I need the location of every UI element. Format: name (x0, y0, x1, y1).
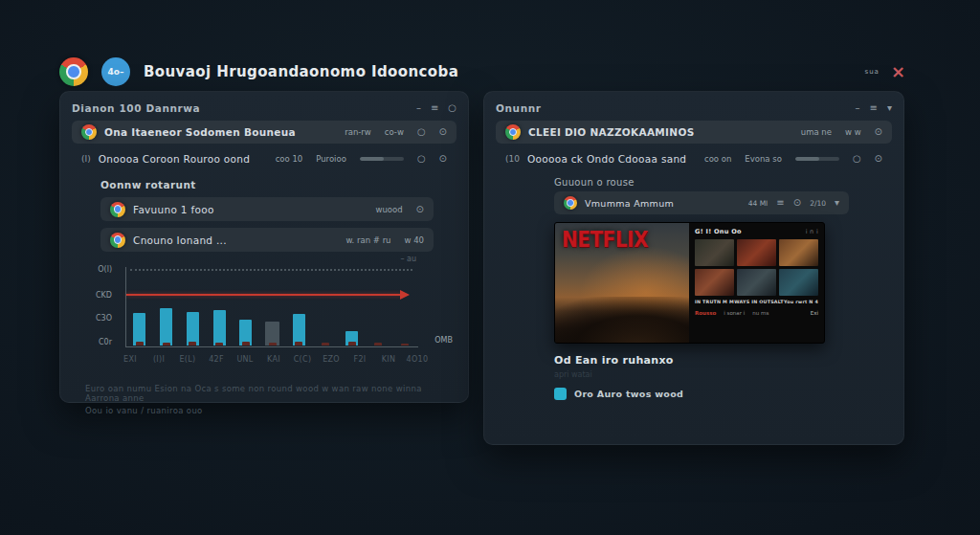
minimize-icon[interactable]: – (856, 103, 860, 113)
movie-thumbnail (695, 239, 734, 266)
target-icon[interactable]: ⊙ (439, 127, 447, 137)
process-stat-1: ran-rw (345, 127, 371, 137)
process-stat-2: Evona so (745, 154, 782, 164)
memory-usage-bar (133, 313, 145, 346)
movie-thumbnail (779, 269, 818, 296)
netflix-preview-card[interactable]: NETFLIX G! I! Onu Oo i n i IN TRUTN M M … (554, 222, 825, 344)
minimize-icon[interactable]: – (416, 103, 421, 113)
left-panel-header: Dianon 100 Dannrwa – ≡ ○ (72, 100, 457, 117)
chrome-logo-icon (59, 57, 88, 86)
netflix-menu-right: i n i (806, 228, 818, 235)
memory-usage-bar (160, 308, 172, 346)
baseline-residual-bar (269, 343, 277, 346)
netflix-content-area: G! I! Onu Oo i n i IN TRUTN M M WAYS IN … (689, 223, 824, 343)
menu-icon[interactable]: ≡ (776, 198, 784, 208)
process-stat-1: uma ne (801, 127, 832, 137)
checkbox-label: Oro Auro twos wood (574, 389, 683, 399)
chrome-icon (110, 233, 125, 248)
netflix-logo: NETFLIX (562, 226, 648, 253)
left-panel-title: Dianon 100 Dannrwa (72, 102, 200, 114)
checkbox-icon[interactable] (554, 388, 567, 400)
target-icon[interactable]: ⊙ (793, 198, 801, 208)
netflix-menu-label: G! I! Onu Oo (695, 228, 742, 235)
option-row[interactable]: Oro Auro twos wood (554, 388, 892, 400)
baseline-residual-bar (136, 342, 144, 346)
tab-row[interactable]: Cnouno Ionand ... w. ran # ru w 40 (100, 228, 434, 252)
chrome-icon (564, 196, 577, 210)
result-subtitle: apri watai (554, 370, 892, 379)
menu-icon[interactable]: ≡ (870, 103, 878, 113)
memory-usage-chart: O(l)CKDC3OC0r OMB EXI(I)IE(L)42FUNLKAIC(… (72, 267, 457, 378)
baseline-residual-bar (242, 342, 250, 346)
target-icon[interactable]: ⊙ (416, 205, 424, 214)
tab-stat: wuood (375, 205, 402, 214)
right-panel-title: Onunnr (496, 102, 542, 114)
baseline-residual-bar (401, 344, 409, 346)
tab-label: Vmumma Ammum (585, 198, 674, 209)
netflix-hero-image: NETFLIX (555, 223, 689, 343)
chart-threshold-arrow (126, 294, 401, 296)
browser-preview-panel: Onunnr – ≡ ▾ CLEEI DIO NAZZOKAAMINOS uma… (483, 91, 904, 445)
chart-unit-label: OMB (434, 336, 453, 345)
memory-usage-bar (213, 310, 226, 346)
chart-plot-area: OMB (125, 267, 418, 347)
baseline-residual-bar (374, 343, 382, 346)
memory-usage-bar (187, 312, 199, 346)
menu-icon[interactable]: ≡ (431, 103, 438, 113)
target-icon[interactable]: ⊙ (875, 154, 882, 164)
process-stat-1: coo on (704, 154, 731, 164)
profile-badge-icon: 4o– (101, 57, 130, 86)
baseline-residual-bar (295, 342, 302, 346)
mini-note: – au (72, 255, 416, 263)
process-stat-1: coo 10 (276, 154, 303, 164)
process-label: Onoooa Coroon Rouroo oond (99, 153, 251, 165)
right-panel-header: Onunnr – ≡ ▾ (496, 100, 892, 117)
movie-thumbnail (737, 269, 776, 296)
result-title: Od Ean iro ruhanxo (554, 354, 892, 367)
process-label: Ona Itaeneor Sodomen Bouneua (104, 126, 296, 138)
target-icon[interactable]: ⊙ (439, 154, 447, 164)
baseline-residual-bar (348, 342, 356, 346)
caret-icon[interactable]: ▾ (835, 198, 839, 208)
gpu-process-row[interactable]: (10 Oooooa ck Ondo Cdooaa sand coo on Ev… (496, 147, 892, 170)
browser-process-row[interactable]: CLEEI DIO NAZZOKAAMINOS uma ne w w ⊙ (496, 121, 892, 144)
netflix-footer-right: Exi (811, 310, 818, 316)
chart-caption-line-1: Euro oan numu Esion na Oca s some non ro… (85, 384, 457, 403)
section-label: Oonnw rotarunt (100, 179, 457, 190)
process-stat-2: w w (845, 127, 861, 137)
netflix-footer-active: Rousso (695, 310, 716, 316)
baseline-residual-bar (322, 343, 329, 346)
chrome-icon (110, 202, 125, 217)
netflix-thumbnail-grid (695, 239, 818, 296)
tab-row[interactable]: Favuuno 1 fooo wuood ⊙ (100, 197, 434, 221)
chart-y-axis: O(l)CKDC3OC0r (81, 267, 116, 347)
chart-top-gridline (130, 269, 412, 271)
tab-stat-1: w. ran # ru (345, 235, 390, 245)
tab-stat-2: w 40 (405, 235, 424, 245)
caret-icon[interactable]: ▾ (887, 103, 892, 113)
memory-usage-bar (293, 314, 305, 346)
circle-icon[interactable]: ○ (853, 154, 861, 164)
baseline-residual-bar (215, 343, 223, 346)
movie-thumbnail (737, 239, 776, 266)
active-tab-row[interactable]: Vmumma Ammum 44 MI ≡ ⊙ 2/10 ▾ (554, 191, 849, 214)
netflix-footer-item: nu rns (752, 310, 768, 316)
circle-icon[interactable]: ○ (417, 127, 426, 137)
circle-icon[interactable]: ○ (417, 154, 426, 164)
window-title-bar: 4o– Bouvaoj Hrugoandaonomo Idooncoba sua… (59, 54, 905, 90)
movie-title: IN TRUTN M M (695, 300, 734, 304)
gpu-process-row[interactable]: (I) Onoooa Coroon Rouroo oond coo 10 Pur… (72, 147, 457, 170)
chart-caption-line-2: Oou io vanu / ruaniroa ouo (85, 406, 457, 415)
target-icon[interactable]: ⊙ (875, 127, 882, 137)
process-label: CLEEI DIO NAZZOKAAMINOS (528, 126, 695, 138)
browser-process-row[interactable]: Ona Itaeneor Sodomen Bouneua ran-rw co-w… (72, 121, 457, 144)
movie-title: You rwrt N 4 (784, 300, 818, 304)
process-label: Oooooa ck Ondo Cdooaa sand (527, 153, 686, 165)
row-bullet: (10 (505, 154, 520, 164)
tab-counter: 2/10 (810, 199, 826, 208)
chart-x-axis: EXI(I)IE(L)42FUNLKAIC(C)EZOF2IKIN4O10 (116, 355, 432, 364)
close-icon[interactable]: × (891, 63, 905, 80)
settings-icon[interactable]: ○ (448, 103, 457, 113)
usage-progress-bar (795, 157, 839, 161)
movie-title: WAYS IN OUTSALT (734, 300, 783, 304)
